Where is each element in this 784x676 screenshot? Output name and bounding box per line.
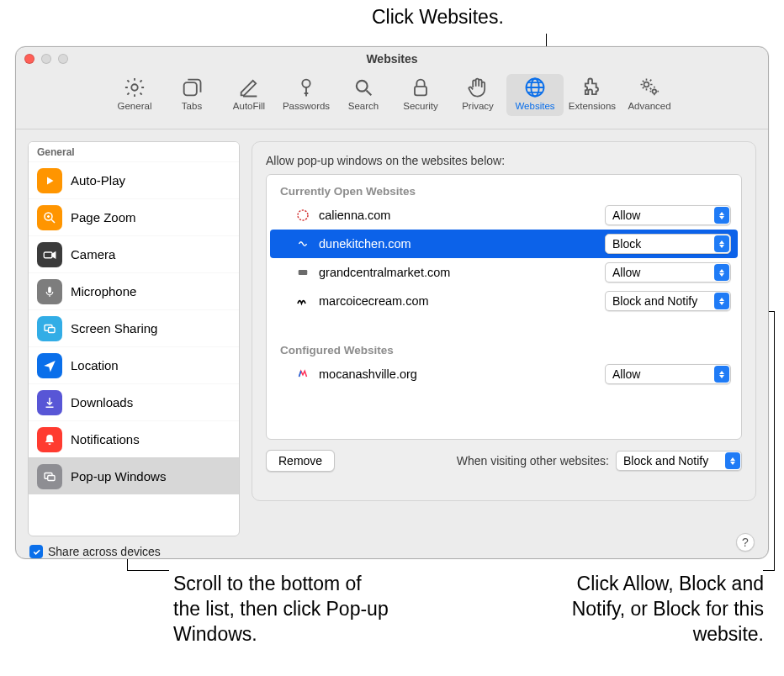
sidebar-item-label: Pop-up Windows xyxy=(71,469,166,483)
help-button[interactable]: ? xyxy=(736,533,755,552)
sidebar-item-label: Microphone xyxy=(71,284,136,298)
updown-arrows-icon xyxy=(714,293,729,309)
permission-select[interactable]: Allow xyxy=(605,262,731,283)
share-across-devices[interactable]: Share across devices xyxy=(28,536,240,558)
toolbar-item-advanced[interactable]: Advanced xyxy=(621,74,678,116)
globe-icon xyxy=(523,76,547,99)
other-websites-select[interactable]: Block and Notify xyxy=(616,451,742,471)
lock-icon xyxy=(409,76,432,99)
updown-arrows-icon xyxy=(714,264,729,281)
svg-rect-13 xyxy=(49,327,56,332)
main-panel: Allow pop-up windows on the websites bel… xyxy=(252,141,756,501)
other-websites-label: When visiting other websites: xyxy=(457,454,609,467)
updown-arrows-icon xyxy=(714,366,729,383)
select-value: Allow xyxy=(612,367,640,381)
sidebar-item-label: Downloads xyxy=(71,395,133,409)
svg-rect-1 xyxy=(184,82,197,95)
sidebar-heading: General xyxy=(29,142,239,161)
leader-line xyxy=(763,570,775,571)
camera-icon xyxy=(37,242,62,267)
group-configured-websites: Configured Websites xyxy=(270,337,738,360)
toolbar-label: Advanced xyxy=(628,101,670,111)
toolbar-item-general[interactable]: General xyxy=(106,74,163,116)
toolbar-label: AutoFill xyxy=(233,101,265,111)
group-open-websites: Currently Open Websites xyxy=(270,178,738,201)
leader-line xyxy=(127,570,169,571)
zoom-window-icon[interactable] xyxy=(58,54,68,64)
select-value: Block and Notify xyxy=(623,454,708,467)
svg-rect-15 xyxy=(48,475,55,480)
callout-bottom-right: Click Allow, Block and Notify, or Block … xyxy=(570,572,764,647)
svg-point-7 xyxy=(644,82,649,87)
svg-point-8 xyxy=(653,89,657,93)
autofill-icon xyxy=(237,76,261,99)
toolbar-label: Passwords xyxy=(283,101,330,111)
microphone-icon xyxy=(37,279,62,304)
sidebar-list[interactable]: General Auto-Play Page Zoom Camera xyxy=(28,141,240,536)
site-row[interactable]: mocanashville.org Allow xyxy=(270,360,738,388)
bottom-bar: Remove When visiting other websites: Blo… xyxy=(266,450,742,472)
favicon-icon xyxy=(295,293,310,309)
site-name: dunekitchen.com xyxy=(319,237,596,251)
toolbar-item-websites[interactable]: Websites xyxy=(506,74,564,116)
sidebar-item-label: Screen Sharing xyxy=(71,321,157,335)
toolbar-item-autofill[interactable]: AutoFill xyxy=(220,74,278,116)
sidebar-item-notifications[interactable]: Notifications xyxy=(29,420,239,457)
site-name: marcoicecream.com xyxy=(319,294,596,308)
sidebar: General Auto-Play Page Zoom Camera xyxy=(28,141,240,558)
toolbar-label: General xyxy=(118,101,152,111)
updown-arrows-icon xyxy=(714,207,729,224)
toolbar-item-security[interactable]: Security xyxy=(392,74,449,116)
svg-point-3 xyxy=(357,81,368,92)
svg-point-0 xyxy=(131,84,137,90)
question-icon: ? xyxy=(742,536,749,549)
remove-button[interactable]: Remove xyxy=(266,450,335,472)
gears-icon xyxy=(638,76,661,99)
key-icon xyxy=(294,76,318,99)
minimize-icon[interactable] xyxy=(41,54,51,64)
toolbar-item-tabs[interactable]: Tabs xyxy=(163,74,220,116)
toolbar-item-extensions[interactable]: Extensions xyxy=(564,74,621,116)
preferences-window: Websites General Tabs AutoFill Passwords xyxy=(15,46,769,559)
sidebar-item-label: Notifications xyxy=(71,432,140,446)
sidebar-item-location[interactable]: Location xyxy=(29,346,239,383)
site-row[interactable]: calienna.com Allow xyxy=(270,201,738,230)
toolbar-item-privacy[interactable]: Privacy xyxy=(449,74,506,116)
bell-icon xyxy=(37,427,62,452)
toolbar-item-passwords[interactable]: Passwords xyxy=(278,74,335,116)
website-list[interactable]: Currently Open Websites calienna.com All… xyxy=(266,174,742,440)
toolbar-label: Privacy xyxy=(462,101,494,111)
permission-select[interactable]: Block xyxy=(605,234,731,254)
location-icon xyxy=(37,353,62,378)
sidebar-item-page-zoom[interactable]: Page Zoom xyxy=(29,198,239,235)
sidebar-item-screen-sharing[interactable]: Screen Sharing xyxy=(29,309,239,346)
leader-line xyxy=(774,311,775,570)
site-row[interactable]: dunekitchen.com Block xyxy=(270,230,738,258)
close-icon[interactable] xyxy=(24,54,34,64)
sidebar-item-camera[interactable]: Camera xyxy=(29,235,239,272)
toolbar-item-search[interactable]: Search xyxy=(335,74,392,116)
toolbar-label: Search xyxy=(348,101,379,111)
favicon-icon xyxy=(295,367,310,382)
site-row[interactable]: grandcentralmarket.com Allow xyxy=(270,258,738,287)
panel-title: Allow pop-up windows on the websites bel… xyxy=(266,154,742,167)
sidebar-item-microphone[interactable]: Microphone xyxy=(29,272,239,309)
updown-arrows-icon xyxy=(714,235,729,252)
site-row[interactable]: marcoicecream.com Block and Notify xyxy=(270,287,738,315)
content-area: General Auto-Play Page Zoom Camera xyxy=(16,129,768,558)
site-name: grandcentralmarket.com xyxy=(319,266,596,279)
sidebar-item-popup-windows[interactable]: Pop-up Windows xyxy=(29,457,239,494)
permission-select[interactable]: Block and Notify xyxy=(605,291,731,311)
callout-top: Click Websites. xyxy=(372,5,504,30)
sidebar-item-downloads[interactable]: Downloads xyxy=(29,383,239,420)
svg-rect-10 xyxy=(44,252,52,258)
permission-select[interactable]: Allow xyxy=(605,205,731,225)
traffic-lights xyxy=(24,54,68,64)
svg-rect-11 xyxy=(48,287,51,293)
permission-select[interactable]: Allow xyxy=(605,364,731,384)
checkbox-checked-icon[interactable] xyxy=(29,545,43,558)
site-name: mocanashville.org xyxy=(319,367,596,381)
other-websites-row: When visiting other websites: Block and … xyxy=(457,451,742,471)
select-value: Allow xyxy=(612,209,640,222)
sidebar-item-auto-play[interactable]: Auto-Play xyxy=(29,161,239,198)
